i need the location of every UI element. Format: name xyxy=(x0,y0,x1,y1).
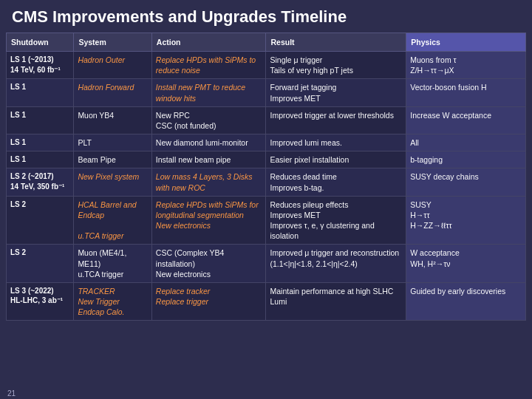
cell-shutdown: LS 2 xyxy=(7,245,74,283)
cell-physics: W acceptance WH, H²→τν xyxy=(406,245,526,283)
col-header-action: Action xyxy=(151,33,266,52)
cell-action: Replace tracker Replace trigger xyxy=(151,282,266,321)
cell-result: Reduces dead time Improves b-tag. xyxy=(266,168,406,196)
cell-shutdown: LS 1 xyxy=(7,151,74,168)
main-table-container: Shutdown System Action Result Physics LS… xyxy=(6,33,526,382)
cell-physics: Vector-boson fusion H xyxy=(406,79,526,106)
cell-system: Muon YB4 xyxy=(74,106,151,134)
col-header-result: Result xyxy=(266,33,406,52)
cell-system: Hadron Outer xyxy=(74,52,151,79)
cell-system: Muon (ME4/1, ME11) u.TCA trigger xyxy=(74,245,151,283)
cell-action: New RPC CSC (not funded) xyxy=(151,106,266,134)
table-row: LS 1PLTNew diamond lumi-monitorImproved … xyxy=(7,134,526,151)
cell-result: Maintain performance at high SLHC Lumi xyxy=(266,282,406,321)
cell-physics: Muons from τ Z/H→ττ→μX xyxy=(406,52,526,79)
col-header-system: System xyxy=(74,33,151,52)
cell-action: Low mass 4 Layers, 3 Disks with new ROC xyxy=(151,168,266,196)
cell-result: Easier pixel installation xyxy=(266,151,406,168)
cell-shutdown: LS 2 (~2017) 14 TeV, 350 fb⁻¹ xyxy=(7,168,74,196)
cell-result: Improved μ trigger and reconstruction (1… xyxy=(266,245,406,283)
cell-shutdown: LS 3 (~2022) HL-LHC, 3 ab⁻¹ xyxy=(7,282,74,321)
cell-physics: SUSY H→ττ H→ZZ→ℓℓττ xyxy=(406,196,526,245)
cell-action: Replace HPDs with SiPMs to reduce noise xyxy=(151,52,266,79)
table-row: LS 1Beam PipeInstall new beam pipeEasier… xyxy=(7,151,526,168)
cell-action: Install new PMT to reduce window hits xyxy=(151,79,266,106)
cell-result: Improved trigger at lower thresholds xyxy=(266,106,406,134)
cell-result: Forward jet tagging Improves MET xyxy=(266,79,406,106)
cell-action: New diamond lumi-monitor xyxy=(151,134,266,151)
cell-system: PLT xyxy=(74,134,151,151)
cell-physics: SUSY decay chains xyxy=(406,168,526,196)
table-row: LS 1Muon YB4New RPC CSC (not funded)Impr… xyxy=(7,106,526,134)
cell-shutdown: LS 2 xyxy=(7,196,74,245)
cell-action: Install new beam pipe xyxy=(151,151,266,168)
table-row: LS 1Hadron ForwardInstall new PMT to red… xyxy=(7,79,526,106)
cell-result: Single μ trigger Tails of very high pT j… xyxy=(266,52,406,79)
cell-system: Hadron Forward xyxy=(74,79,151,106)
cell-result: Improved lumi meas. xyxy=(266,134,406,151)
cell-shutdown: LS 1 (~2013) 14 TeV, 60 fb⁻¹ xyxy=(7,52,74,79)
cell-physics: b-tagging xyxy=(406,151,526,168)
cell-result: Reduces pileup effects Improves MET Impr… xyxy=(266,196,406,245)
cell-physics: All xyxy=(406,134,526,151)
cell-action: Replace HPDs with SiPMs for longitudinal… xyxy=(151,196,266,245)
cell-shutdown: LS 1 xyxy=(7,106,74,134)
cell-physics: Increase W acceptance xyxy=(406,106,526,134)
cell-system: TRACKER New Trigger Endcap Calo. xyxy=(74,282,151,321)
table-row: LS 3 (~2022) HL-LHC, 3 ab⁻¹TRACKER New T… xyxy=(7,282,526,321)
table-row: LS 2Muon (ME4/1, ME11) u.TCA triggerCSC … xyxy=(7,245,526,283)
cell-system: Beam Pipe xyxy=(74,151,151,168)
footer-note: 21 xyxy=(0,388,532,399)
col-header-shutdown: Shutdown xyxy=(7,33,74,52)
cell-action: CSC (Complex YB4 installation) New elect… xyxy=(151,245,266,283)
page: CMS Improvements and Upgrades Timeline S… xyxy=(0,0,532,399)
col-header-physics: Physics xyxy=(406,33,526,52)
upgrades-table: Shutdown System Action Result Physics LS… xyxy=(6,33,526,321)
table-row: LS 1 (~2013) 14 TeV, 60 fb⁻¹Hadron Outer… xyxy=(7,52,526,79)
cell-system: New Pixel system xyxy=(74,168,151,196)
table-row: LS 2 (~2017) 14 TeV, 350 fb⁻¹New Pixel s… xyxy=(7,168,526,196)
cell-shutdown: LS 1 xyxy=(7,134,74,151)
cell-shutdown: LS 1 xyxy=(7,79,74,106)
table-row: LS 2HCAL Barrel and Endcap u.TCA trigger… xyxy=(7,196,526,245)
cell-system: HCAL Barrel and Endcap u.TCA trigger xyxy=(74,196,151,245)
cell-physics: Guided by early discoveries xyxy=(406,282,526,321)
page-title: CMS Improvements and Upgrades Timeline xyxy=(0,0,532,33)
